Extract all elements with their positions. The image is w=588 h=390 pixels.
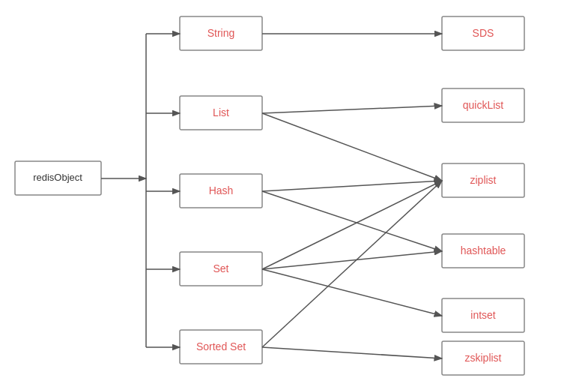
label-intset: intset [470,309,496,321]
label-quicklist: quickList [463,99,504,111]
arrow-set-ziplist [262,181,442,269]
label-sortedset: Sorted Set [196,340,246,352]
label-hashtable: hashtable [461,244,506,256]
arrow-set-intset [262,269,442,316]
label-ziplist: ziplist [470,174,496,186]
arrow-sortedset-zskiplist [262,347,442,358]
label-sds: SDS [473,27,494,39]
arrow-hash-ziplist [262,181,442,191]
diagram: redisObject String List Hash Set Sorted … [0,0,588,390]
arrow-list-quicklist [262,106,442,113]
arrow-hash-hashtable [262,191,442,251]
label-hash: Hash [209,184,234,196]
arrow-set-hashtable [262,251,442,269]
arrow-sortedset-ziplist [262,181,442,347]
label-list: List [213,106,229,118]
label-string: String [207,27,235,39]
arrow-list-ziplist [262,113,442,181]
label-redisobject: redisObject [33,172,82,183]
label-set: Set [213,262,228,274]
label-zskiplist: zskiplist [464,352,501,364]
